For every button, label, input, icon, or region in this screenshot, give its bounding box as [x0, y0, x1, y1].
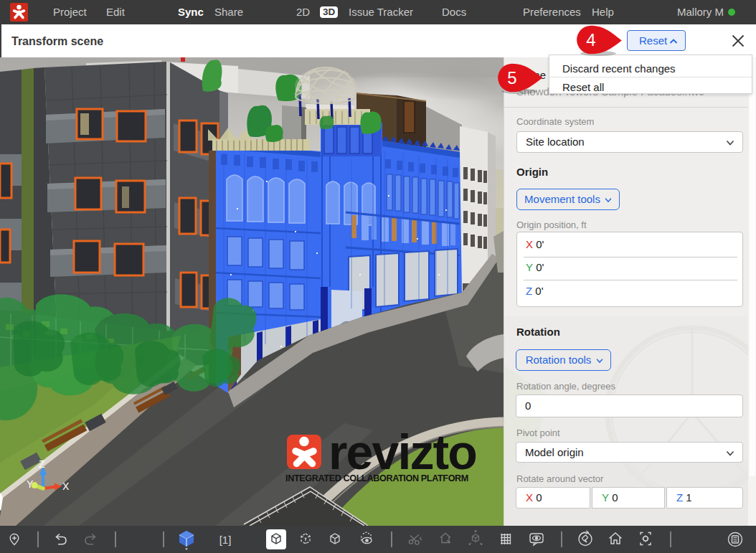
svg-text:INTEGRATED COLLABORATION PLATF: INTEGRATED COLLABORATION PLATFORM	[285, 473, 468, 483]
svg-text:Z: Z	[39, 458, 45, 470]
svg-text:Y: Y	[27, 478, 34, 490]
svg-text:5: 5	[507, 68, 516, 88]
svg-text:4: 4	[586, 30, 595, 49]
svg-text:X: X	[62, 481, 70, 492]
svg-text:revizto: revizto	[329, 425, 476, 479]
